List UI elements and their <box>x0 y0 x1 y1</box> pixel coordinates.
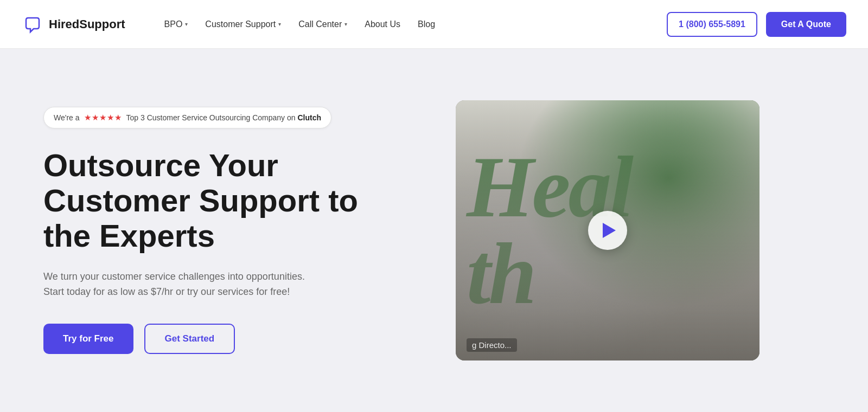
video-caption: g Directo... <box>467 338 517 352</box>
quote-button[interactable]: Get A Quote <box>766 12 846 37</box>
logo-icon <box>22 14 43 35</box>
nav-item-customer-support[interactable]: Customer Support ▾ <box>199 15 288 34</box>
hero-video-area: Health g Directo... <box>456 100 760 360</box>
hero-section: We're a ★★★★★ Top 3 Customer Service Out… <box>0 49 868 412</box>
clutch-brand: Clutch <box>297 113 321 122</box>
nav-item-about-us[interactable]: About Us <box>358 15 407 34</box>
nav-right: 1 (800) 655-5891 Get A Quote <box>667 12 846 37</box>
bpo-chevron-icon: ▾ <box>185 21 188 27</box>
hero-title: Outsource Your Customer Support to the E… <box>43 148 412 254</box>
nav-item-call-center[interactable]: Call Center ▾ <box>292 15 354 34</box>
nav-bpo-label: BPO <box>164 20 183 29</box>
try-free-button[interactable]: Try for Free <box>43 324 133 354</box>
svg-rect-0 <box>22 14 43 35</box>
badge-prefix: We're a <box>54 113 80 122</box>
nav-blog-label: Blog <box>418 20 435 29</box>
navbar: HiredSupport BPO ▾ Customer Support ▾ Ca… <box>0 0 868 49</box>
logo-link[interactable]: HiredSupport <box>22 14 125 35</box>
nav-about-us-label: About Us <box>365 20 400 29</box>
hero-buttons: Try for Free Get Started <box>43 324 412 354</box>
clutch-badge: We're a ★★★★★ Top 3 Customer Service Out… <box>43 107 331 128</box>
video-container[interactable]: Health g Directo... <box>456 100 760 360</box>
badge-suffix: Top 3 Customer Service Outsourcing Compa… <box>126 113 322 122</box>
call-center-chevron-icon: ▾ <box>344 21 347 27</box>
nav-links: BPO ▾ Customer Support ▾ Call Center ▾ A… <box>158 15 667 34</box>
hero-content: We're a ★★★★★ Top 3 Customer Service Out… <box>43 107 412 354</box>
get-started-button[interactable]: Get Started <box>144 324 235 354</box>
logo-text: HiredSupport <box>49 17 125 31</box>
phone-button[interactable]: 1 (800) 655-5891 <box>667 12 757 37</box>
nav-customer-support-label: Customer Support <box>205 20 276 29</box>
nav-call-center-label: Call Center <box>298 20 342 29</box>
hero-subtitle: We turn your customer service challenges… <box>43 269 315 300</box>
play-button[interactable] <box>588 211 627 250</box>
customer-support-chevron-icon: ▾ <box>278 21 281 27</box>
nav-item-bpo[interactable]: BPO ▾ <box>158 15 195 34</box>
play-icon <box>603 223 616 238</box>
nav-item-blog[interactable]: Blog <box>411 15 442 34</box>
badge-stars: ★★★★★ <box>84 113 122 123</box>
